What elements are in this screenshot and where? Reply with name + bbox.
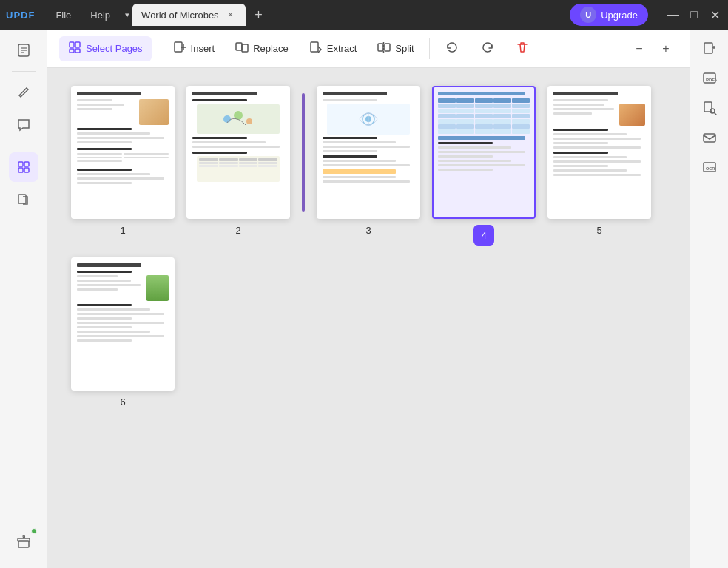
sidebar-divider-1 — [12, 71, 36, 72]
svg-rect-6 — [18, 168, 23, 172]
delete-icon — [516, 41, 529, 57]
maximize-button[interactable]: □ — [687, 7, 701, 22]
right-icon-pdf-a[interactable]: PDF/A — [696, 65, 723, 92]
delete-button[interactable] — [507, 36, 538, 61]
svg-point-26 — [246, 118, 252, 124]
rotate-right-button[interactable] — [471, 36, 504, 62]
extract-icon — [309, 41, 323, 57]
svg-rect-22 — [385, 44, 390, 51]
insert-label: Insert — [191, 43, 215, 54]
sidebar-icon-edit[interactable] — [9, 78, 38, 107]
svg-rect-18 — [236, 43, 242, 50]
extract-label: Extract — [327, 43, 357, 54]
svg-text:PDF/A: PDF/A — [706, 78, 717, 82]
svg-line-37 — [714, 113, 716, 115]
page-number-1: 1 — [120, 225, 125, 236]
page-item-3[interactable]: 3 — [317, 86, 420, 246]
gift-icon-wrapper[interactable] — [9, 527, 38, 556]
right-icon-add-page[interactable] — [696, 36, 723, 62]
page-thumb-4[interactable] — [432, 86, 536, 219]
insert-button[interactable]: Insert — [164, 36, 224, 61]
svg-rect-21 — [378, 44, 383, 51]
upgrade-label: Upgrade — [601, 10, 638, 21]
close-button[interactable]: ✕ — [707, 7, 722, 22]
right-sidebar: PDF/A OCR — [690, 30, 728, 568]
toolbar: Select Pages Insert Replace Extract — [47, 30, 690, 68]
page-thumb-6[interactable] — [71, 257, 175, 390]
toolbar-sep-2 — [429, 38, 430, 59]
minimize-button[interactable]: — — [666, 7, 681, 22]
replace-button[interactable]: Replace — [226, 36, 297, 61]
svg-rect-15 — [175, 42, 182, 52]
svg-rect-30 — [704, 43, 712, 53]
tab-dropdown-arrow[interactable]: ▾ — [125, 10, 129, 20]
menu-help[interactable]: Help — [81, 7, 119, 24]
page-thumb-3[interactable] — [317, 86, 420, 219]
page-number-4-badge: 4 — [473, 225, 494, 246]
zoom-out-button[interactable]: − — [627, 37, 651, 61]
app-logo: UPDF — [6, 10, 35, 21]
upgrade-button[interactable]: U Upgrade — [570, 4, 648, 26]
svg-rect-14 — [75, 49, 80, 53]
sidebar-icon-organize[interactable] — [9, 152, 38, 182]
content-area: Select Pages Insert Replace Extract — [47, 30, 690, 568]
user-avatar: U — [580, 7, 596, 23]
svg-text:OCR: OCR — [706, 166, 715, 171]
sidebar-icon-export[interactable] — [9, 185, 38, 214]
page-number-2: 2 — [235, 225, 240, 236]
page-number-3: 3 — [365, 225, 371, 236]
svg-rect-8 — [18, 195, 26, 203]
tab-close-button[interactable]: × — [225, 9, 237, 21]
svg-rect-20 — [311, 42, 318, 52]
tab-label: World of Microbes — [141, 10, 219, 21]
right-icon-mail[interactable] — [696, 124, 723, 151]
svg-rect-19 — [242, 44, 248, 52]
insert-icon — [173, 41, 186, 57]
active-tab[interactable]: World of Microbes × — [132, 4, 246, 26]
select-pages-button[interactable]: Select Pages — [59, 36, 152, 61]
page-item-1[interactable]: 1 — [71, 86, 175, 246]
replace-label: Replace — [253, 43, 289, 54]
menu-file[interactable]: File — [47, 7, 80, 24]
svg-rect-13 — [70, 49, 74, 53]
page-item-2[interactable]: 2 — [186, 86, 290, 246]
page-item-4[interactable]: 4 — [432, 86, 536, 246]
rotate-left-icon — [445, 40, 459, 58]
rotate-left-button[interactable] — [436, 36, 468, 62]
tab-bar: ▾ World of Microbes × + — [125, 4, 570, 26]
page-item-5[interactable]: 5 — [547, 86, 651, 246]
page-item-6[interactable]: 6 — [71, 257, 175, 408]
page-thumb-2[interactable] — [186, 86, 290, 219]
title-bar: UPDF File Help ▾ World of Microbes × + U… — [0, 0, 728, 30]
app-body: Select Pages Insert Replace Extract — [0, 30, 728, 568]
page-number-6: 6 — [120, 396, 125, 408]
right-icon-search-doc[interactable] — [696, 95, 723, 121]
new-tab-button[interactable]: + — [250, 6, 268, 24]
svg-rect-7 — [24, 168, 29, 172]
svg-rect-11 — [70, 42, 74, 47]
page-thumb-5[interactable] — [547, 86, 651, 219]
toolbar-sep-1 — [158, 38, 158, 59]
zoom-in-button[interactable]: + — [654, 37, 678, 61]
page-number-5: 5 — [596, 225, 601, 236]
gift-notification-dot — [31, 528, 37, 534]
toolbar-right: − + — [627, 37, 678, 61]
sidebar-icon-document[interactable] — [9, 36, 38, 65]
right-icon-ocr[interactable]: OCR — [696, 154, 723, 180]
window-controls: — □ ✕ — [666, 7, 722, 22]
select-pages-label: Select Pages — [86, 43, 143, 54]
extract-button[interactable]: Extract — [300, 36, 365, 61]
svg-rect-38 — [704, 134, 715, 142]
sidebar-divider-2 — [12, 146, 36, 146]
title-bar-right: U Upgrade — □ ✕ — [570, 4, 722, 26]
page-divider-line — [302, 93, 305, 212]
left-sidebar — [0, 30, 47, 568]
svg-point-24 — [223, 115, 231, 123]
sidebar-icon-comment[interactable] — [9, 110, 38, 140]
pages-container: 1 — [47, 68, 690, 568]
select-pages-icon — [68, 41, 81, 57]
page-thumb-1[interactable] — [71, 86, 175, 219]
sidebar-bottom — [9, 527, 38, 562]
replace-icon — [235, 41, 249, 57]
split-button[interactable]: Split — [368, 36, 422, 61]
